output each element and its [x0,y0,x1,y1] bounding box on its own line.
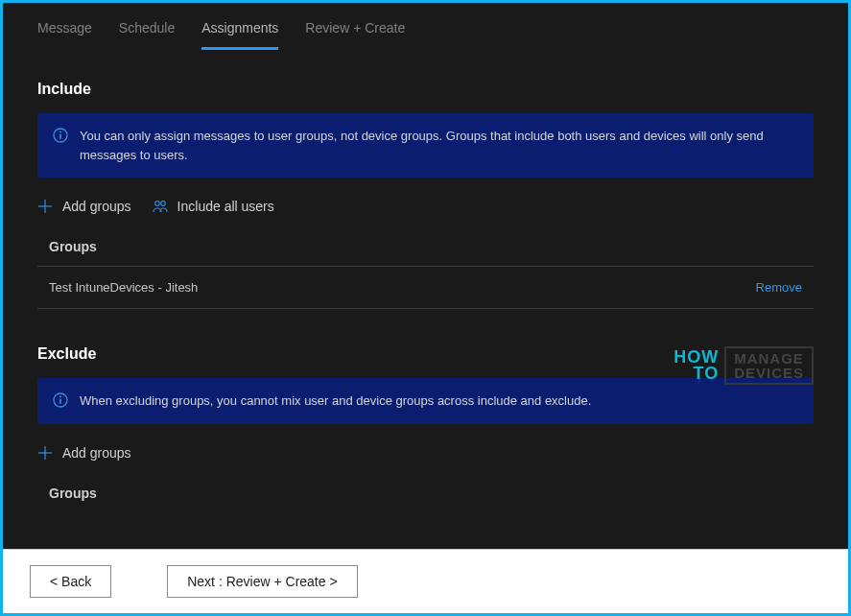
info-icon [53,392,68,408]
svg-rect-2 [59,134,61,139]
svg-point-5 [154,201,159,206]
exclude-groups-header: Groups [37,486,814,501]
next-button[interactable]: Next : Review + Create > [167,565,357,598]
tab-review-create[interactable]: Review + Create [305,20,405,50]
back-button[interactable]: < Back [30,565,111,598]
table-row: Test IntuneDevices - Jitesh Remove [37,266,814,309]
watermark: HOW TO MANAGE DEVICES [674,346,814,385]
add-groups-exclude-button[interactable]: Add groups [37,445,131,461]
include-groups-header: Groups [37,239,814,254]
svg-point-8 [59,396,61,398]
exclude-actions: Add groups [37,445,814,461]
include-all-users-button[interactable]: Include all users [153,199,274,214]
group-name-cell: Test IntuneDevices - Jitesh [49,280,198,295]
tab-schedule[interactable]: Schedule [119,20,175,50]
remove-group-link[interactable]: Remove [756,280,802,295]
plus-icon [37,445,53,461]
svg-point-6 [160,201,165,206]
info-icon [53,128,68,143]
add-groups-label: Add groups [62,199,131,214]
include-actions: Add groups Include all users [37,199,814,214]
watermark-how-to: HOW TO [674,349,719,382]
watermark-manage-devices: MANAGE DEVICES [724,346,814,385]
wizard-footer: < Back Next : Review + Create > [3,549,848,613]
exclude-info-text: When excluding groups, you cannot mix us… [80,391,591,411]
content-area: Include You can only assign messages to … [3,50,848,574]
svg-rect-9 [59,399,61,404]
add-groups-exclude-label: Add groups [62,445,131,461]
add-groups-button[interactable]: Add groups [37,199,131,214]
include-groups-table: Test IntuneDevices - Jitesh Remove [37,266,814,309]
tab-message[interactable]: Message [37,20,92,50]
include-info-text: You can only assign messages to user gro… [80,127,798,164]
include-heading: Include [37,81,814,98]
app-window: Message Schedule Assignments Review + Cr… [3,3,848,613]
exclude-info-box: When excluding groups, you cannot mix us… [37,378,814,424]
include-all-users-label: Include all users [177,199,274,214]
plus-icon [37,199,53,214]
tab-assignments[interactable]: Assignments [201,20,278,50]
users-icon [153,199,168,214]
svg-point-1 [59,131,61,133]
include-info-box: You can only assign messages to user gro… [37,113,814,178]
wizard-tabs: Message Schedule Assignments Review + Cr… [3,3,848,50]
